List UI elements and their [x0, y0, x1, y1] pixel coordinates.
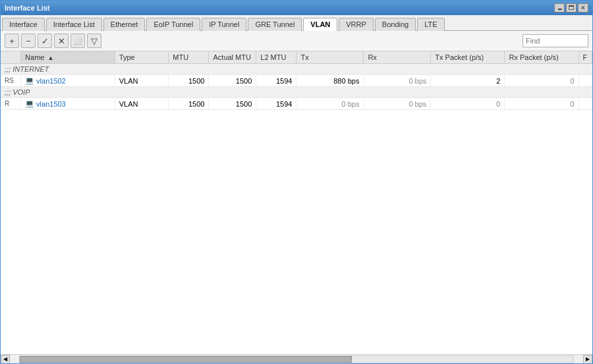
group-row-internet: ;;; INTERNET — [1, 64, 592, 75]
enable-button[interactable]: ✓ — [38, 34, 52, 48]
row-fp-vlan1502 — [579, 75, 592, 87]
row-tx-packet-vlan1503: 0 — [431, 98, 505, 110]
find-box — [522, 34, 588, 47]
sort-arrow: ▲ — [47, 55, 53, 61]
row-tx-vlan1502: 880 bps — [296, 75, 364, 87]
tab-gre-tunnel[interactable]: GRE Tunnel — [248, 18, 302, 31]
tab-interface-list[interactable]: Interface List — [46, 18, 102, 31]
row-actual-mtu-vlan1502: 1500 — [209, 75, 256, 87]
find-input[interactable] — [522, 34, 588, 47]
row-fp-vlan1503 — [579, 98, 592, 110]
row-rx-packet-vlan1502: 0 — [505, 75, 579, 87]
horizontal-scrollbar[interactable] — [19, 355, 574, 363]
interface-icon-vlan1503: 💻 — [25, 99, 34, 108]
scroll-thumb[interactable] — [20, 356, 352, 363]
tab-vrrp[interactable]: VRRP — [339, 18, 374, 31]
copy-icon: ⬜ — [73, 37, 82, 45]
group-label-voip: ;;; VOIP — [1, 87, 592, 98]
title-bar-controls: 🗕 🗖 ✕ — [554, 3, 588, 13]
col-name[interactable]: Name ▲ — [21, 51, 115, 64]
col-actual-mtu[interactable]: Actual MTU — [209, 51, 256, 64]
tab-interface[interactable]: Interface — [2, 18, 45, 31]
table-row[interactable]: R 💻 vlan1503 VLAN 1500 1500 1594 0 bps 0… — [1, 98, 592, 110]
row-tx-packet-vlan1502: 2 — [431, 75, 505, 87]
row-l2-mtu-vlan1502: 1594 — [256, 75, 296, 87]
row-name-vlan1502[interactable]: 💻 vlan1502 — [21, 75, 115, 87]
col-flags[interactable] — [1, 51, 21, 64]
row-tx-vlan1503: 0 bps — [296, 98, 364, 110]
filter-button[interactable]: ▽ — [87, 34, 101, 48]
scrollbar-area: ◀ ▶ — [1, 354, 592, 363]
interface-icon-vlan1502: 💻 — [25, 76, 34, 85]
tab-vlan[interactable]: VLAN — [303, 18, 337, 31]
minimize-button[interactable]: 🗕 — [554, 3, 565, 13]
col-tx-packet[interactable]: Tx Packet (p/s) — [431, 51, 505, 64]
copy-button[interactable]: ⬜ — [71, 34, 85, 48]
table-row[interactable]: RS 💻 vlan1502 VLAN 1500 1500 1594 880 bp… — [1, 75, 592, 87]
scroll-left-button[interactable]: ◀ — [1, 355, 10, 364]
col-mtu[interactable]: MTU — [169, 51, 209, 64]
table-header-row: Name ▲ Type MTU Actual MTU L2 MTU Tx Rx … — [1, 51, 592, 64]
main-window: Interface List 🗕 🗖 ✕ Interface Interface… — [0, 0, 593, 364]
row-flags-vlan1502: RS — [1, 75, 21, 87]
scroll-right-button[interactable]: ▶ — [583, 355, 592, 364]
tab-ip-tunnel[interactable]: IP Tunnel — [202, 18, 246, 31]
row-rx-vlan1503: 0 bps — [364, 98, 431, 110]
row-rx-packet-vlan1503: 0 — [505, 98, 579, 110]
col-fp[interactable]: F — [579, 51, 592, 64]
remove-button[interactable]: − — [21, 34, 36, 48]
row-mtu-vlan1502: 1500 — [169, 75, 209, 87]
row-name-vlan1503[interactable]: 💻 vlan1503 — [21, 98, 115, 110]
row-actual-mtu-vlan1503: 1500 — [209, 98, 256, 110]
filter-icon: ▽ — [91, 36, 98, 46]
tab-ethernet[interactable]: Ethernet — [103, 18, 146, 31]
tab-bonding[interactable]: Bonding — [375, 18, 416, 31]
col-tx[interactable]: Tx — [296, 51, 364, 64]
col-rx-packet[interactable]: Rx Packet (p/s) — [505, 51, 579, 64]
group-label-internet: ;;; INTERNET — [1, 64, 592, 75]
title-bar: Interface List 🗕 🗖 ✕ — [1, 1, 592, 15]
toolbar: + − ✓ ✕ ⬜ ▽ — [1, 31, 592, 51]
table-container[interactable]: Name ▲ Type MTU Actual MTU L2 MTU Tx Rx … — [1, 51, 592, 354]
row-type-vlan1503: VLAN — [115, 98, 169, 110]
table-body: ;;; INTERNET RS 💻 vlan1502 VLAN 1500 150… — [1, 64, 592, 110]
row-mtu-vlan1503: 1500 — [169, 98, 209, 110]
row-type-vlan1502: VLAN — [115, 75, 169, 87]
add-icon: + — [9, 36, 14, 46]
window-title: Interface List — [5, 4, 49, 12]
check-icon: ✓ — [42, 36, 49, 46]
col-type[interactable]: Type — [115, 51, 169, 64]
remove-icon: − — [26, 36, 31, 46]
cross-icon: ✕ — [58, 36, 65, 46]
maximize-button[interactable]: 🗖 — [566, 3, 577, 13]
group-row-voip: ;;; VOIP — [1, 87, 592, 98]
row-rx-vlan1502: 0 bps — [364, 75, 431, 87]
disable-button[interactable]: ✕ — [54, 34, 69, 48]
interface-table: Name ▲ Type MTU Actual MTU L2 MTU Tx Rx … — [1, 51, 592, 110]
tab-eoip-tunnel[interactable]: EoIP Tunnel — [146, 18, 200, 31]
row-flags-vlan1503: R — [1, 98, 21, 110]
tabs-container: Interface Interface List Ethernet EoIP T… — [1, 15, 592, 31]
title-bar-left: Interface List — [5, 4, 49, 12]
interface-name-text-vlan1503: vlan1503 — [36, 100, 66, 108]
add-button[interactable]: + — [5, 34, 19, 48]
row-l2-mtu-vlan1503: 1594 — [256, 98, 296, 110]
interface-name-text-vlan1502: vlan1502 — [36, 77, 66, 85]
close-button[interactable]: ✕ — [578, 3, 588, 13]
col-l2-mtu[interactable]: L2 MTU — [256, 51, 296, 64]
tab-lte[interactable]: LTE — [417, 18, 444, 31]
col-rx[interactable]: Rx — [364, 51, 431, 64]
